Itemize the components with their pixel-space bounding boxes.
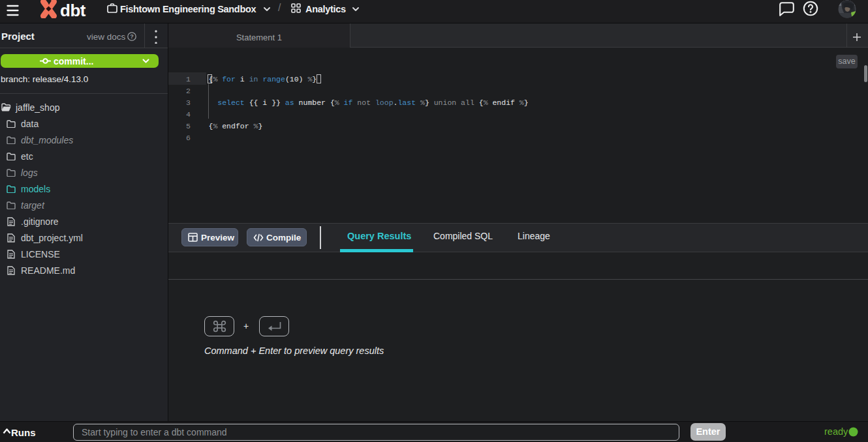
svg-text:?: ? [130, 33, 134, 40]
